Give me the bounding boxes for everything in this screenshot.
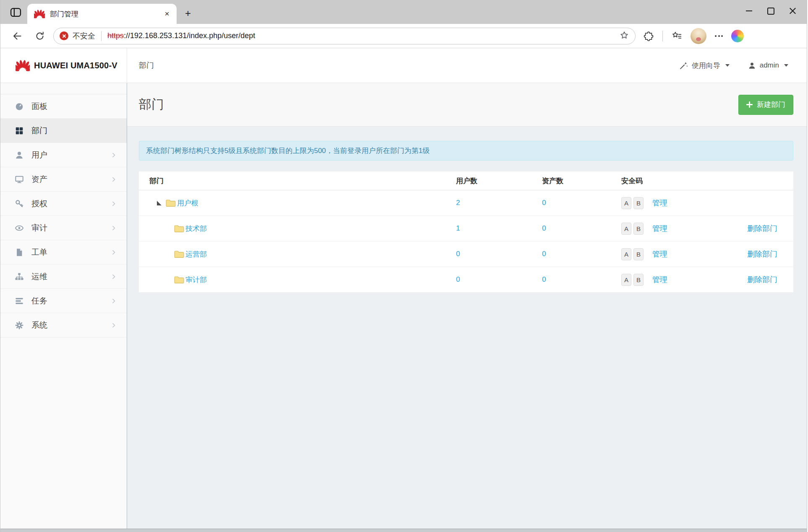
security-code-badge-b[interactable]: B xyxy=(633,197,644,209)
breadcrumb: 部门 xyxy=(139,60,154,70)
security-code-badge-a[interactable]: A xyxy=(621,274,631,286)
sidebar-item-system[interactable]: 系统 xyxy=(0,313,127,337)
key-icon xyxy=(14,199,24,209)
sidebar-item-audit[interactable]: 审计 xyxy=(0,216,127,240)
department-name-link[interactable]: 用户根 xyxy=(177,198,198,208)
chevron-right-icon xyxy=(111,322,117,328)
security-code-cell: AB管理 xyxy=(621,274,739,286)
folder-icon xyxy=(174,275,184,284)
sidebar-top-spacer xyxy=(0,83,127,94)
sidebar-item-user[interactable]: 用户 xyxy=(0,143,127,167)
delete-department-link[interactable]: 删除部门 xyxy=(747,224,777,233)
sidebar-item-dashboard[interactable]: 面板 xyxy=(0,94,127,119)
tab-close-icon[interactable]: × xyxy=(162,8,172,19)
column-header-users: 用户数 xyxy=(454,176,540,186)
grid-icon xyxy=(14,126,24,136)
minimize-button[interactable] xyxy=(738,3,760,19)
not-secure-icon[interactable] xyxy=(60,31,68,40)
sidebar-item-label: 资产 xyxy=(31,174,47,185)
department-cell: 用户根 xyxy=(139,198,454,208)
department-name-link[interactable]: 技术部 xyxy=(185,224,207,234)
user-menu[interactable]: admin xyxy=(748,61,788,70)
tab-actions-icon[interactable] xyxy=(6,3,25,21)
folder-icon xyxy=(174,224,184,233)
favorites-icon[interactable] xyxy=(670,28,683,44)
chevron-right-icon xyxy=(111,225,117,231)
sidebar-item-ticket[interactable]: 工单 xyxy=(0,240,127,265)
security-code-badge-b[interactable]: B xyxy=(633,248,644,260)
close-button[interactable] xyxy=(782,3,803,19)
header-actions: 使用向导 admin xyxy=(679,61,807,70)
create-department-button[interactable]: 新建部门 xyxy=(738,95,793,115)
window-bottom-edge xyxy=(0,529,807,532)
window-controls xyxy=(738,3,803,19)
department-name-link[interactable]: 审计部 xyxy=(185,275,207,285)
delete-department-link[interactable]: 删除部门 xyxy=(747,250,777,258)
security-label[interactable]: 不安全 xyxy=(73,31,95,41)
table-header-row: 部门 用户数 资产数 安全码 xyxy=(139,171,793,190)
brand-text: HUAWEI UMA1500-V xyxy=(34,61,117,70)
eye-icon xyxy=(14,223,24,233)
manage-link[interactable]: 管理 xyxy=(652,275,667,285)
column-header-security-code: 安全码 xyxy=(621,176,739,186)
address-bar[interactable]: 不安全 https://192.168.253.131/index.php/us… xyxy=(53,28,636,44)
sidebar-item-dept[interactable]: 部门 xyxy=(0,119,127,143)
sidebar: 面板部门用户资产授权审计工单运维任务系统 xyxy=(0,83,127,529)
refresh-icon[interactable] xyxy=(31,28,48,44)
table-row: 运营部00AB管理删除部门 xyxy=(139,241,793,267)
user-icon xyxy=(748,62,756,70)
sidebar-item-auth[interactable]: 授权 xyxy=(0,192,127,216)
asset-count-link[interactable]: 0 xyxy=(542,250,546,258)
security-code-badge-b[interactable]: B xyxy=(633,223,644,235)
user-count-link[interactable]: 2 xyxy=(456,199,460,207)
manage-link[interactable]: 管理 xyxy=(652,249,667,259)
url-text[interactable]: https://192.168.253.131/index.php/user/d… xyxy=(107,31,255,40)
security-code-badge-a[interactable]: A xyxy=(621,197,631,209)
bookmark-star-icon[interactable] xyxy=(619,30,629,42)
manage-link[interactable]: 管理 xyxy=(652,198,667,208)
column-header-assets: 资产数 xyxy=(540,176,621,186)
tasks-icon xyxy=(14,296,24,306)
sidebar-item-asset[interactable]: 资产 xyxy=(0,167,127,192)
profile-avatar[interactable] xyxy=(691,28,706,44)
maximize-button[interactable] xyxy=(760,3,782,19)
tab-title: 部门管理 xyxy=(50,9,162,19)
folder-icon xyxy=(166,199,176,207)
wizard-menu[interactable]: 使用向导 xyxy=(679,61,730,70)
sidebar-item-ops[interactable]: 运维 xyxy=(0,265,127,289)
back-icon[interactable] xyxy=(9,28,26,44)
sidebar-item-task[interactable]: 任务 xyxy=(0,289,127,313)
new-tab-button[interactable]: + xyxy=(181,6,195,21)
security-code-cell: AB管理 xyxy=(621,248,739,260)
security-code-badge-b[interactable]: B xyxy=(633,274,644,286)
user-count-link[interactable]: 1 xyxy=(456,224,460,232)
asset-count-link[interactable]: 0 xyxy=(542,224,546,232)
brand-area: HUAWEI UMA1500-V xyxy=(0,48,127,83)
asset-count-link[interactable]: 0 xyxy=(542,275,546,283)
user-icon xyxy=(14,150,24,160)
extensions-icon[interactable] xyxy=(642,28,655,44)
info-banner: 系统部门树形结构只支持5级且系统部门数目的上限为500，当前登录用户所在部门为第… xyxy=(139,141,793,161)
plus-icon xyxy=(746,101,753,108)
manage-link[interactable]: 管理 xyxy=(652,223,667,234)
asset-count-link[interactable]: 0 xyxy=(542,199,546,207)
table-row: 用户根20AB管理 xyxy=(139,190,793,216)
settings-menu-icon[interactable] xyxy=(714,32,724,40)
tab-strip: 部门管理 × + xyxy=(0,0,807,24)
department-name-link[interactable]: 运营部 xyxy=(185,249,207,259)
copilot-icon[interactable] xyxy=(731,30,744,42)
chevron-right-icon xyxy=(111,249,117,255)
sidebar-item-label: 运维 xyxy=(31,271,47,282)
security-code-badge-a[interactable]: A xyxy=(621,248,631,260)
delete-department-link[interactable]: 删除部门 xyxy=(747,275,777,284)
page-title: 部门 xyxy=(139,96,164,113)
department-table: 部门 用户数 资产数 安全码 用户根20AB管理技术部10AB管理删除部门运营部… xyxy=(139,171,793,293)
user-count-link[interactable]: 0 xyxy=(456,275,460,283)
user-count-link[interactable]: 0 xyxy=(456,250,460,258)
chevron-down-icon xyxy=(725,64,730,67)
security-code-badge-a[interactable]: A xyxy=(621,223,631,235)
sidebar-item-label: 面板 xyxy=(31,101,47,112)
huawei-favicon-icon xyxy=(34,9,45,19)
collapse-tree-icon[interactable] xyxy=(157,201,162,205)
browser-tab-active[interactable]: 部门管理 × xyxy=(27,4,177,24)
